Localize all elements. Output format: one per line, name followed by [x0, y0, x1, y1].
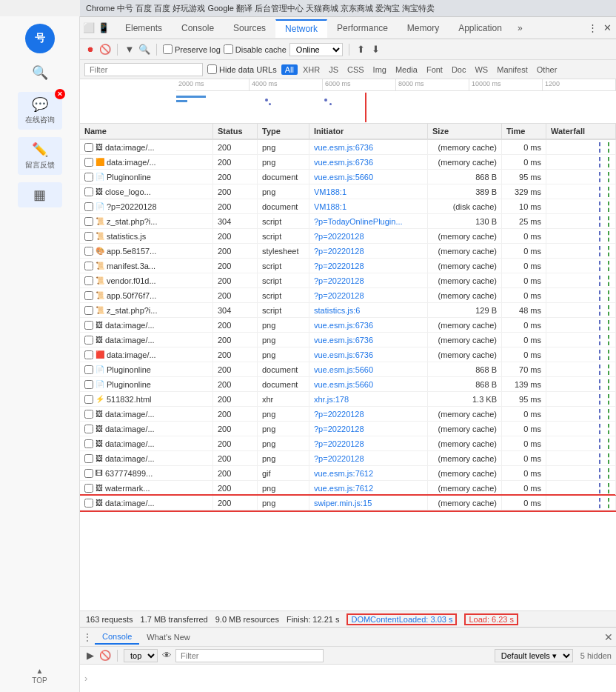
throttle-select[interactable]: Online Slow 3G Fast 3G Offline [289, 43, 343, 56]
td-name: 🖼 data:image/... [80, 422, 213, 436]
sidebar-feedback-button[interactable]: ✏️ 留言反馈 [18, 137, 62, 175]
whats-new-tab[interactable]: What's New [139, 631, 197, 644]
table-row[interactable]: 🖼 data:image/... 200 png vue.esm.js:6736… [80, 140, 616, 155]
sidebar-close-button[interactable]: ✕ 💬 在线咨询 [18, 92, 62, 130]
th-waterfall[interactable]: Waterfall [546, 124, 616, 139]
table-row[interactable]: 🖼 data:image/... 200 png ?p=20220128 (me… [80, 436, 616, 451]
filter-input[interactable] [84, 63, 203, 76]
tab-sources[interactable]: Sources [224, 19, 275, 37]
th-name[interactable]: Name [80, 124, 213, 139]
settings-icon[interactable]: ⋮ [586, 22, 598, 34]
stop-button[interactable]: 🚫 [99, 44, 111, 56]
record-button[interactable]: ⏺ [84, 44, 96, 56]
tab-elements[interactable]: Elements [116, 19, 172, 37]
filter-type-xhr[interactable]: XHR [299, 64, 324, 75]
table-row[interactable]: 📜 manifest.3a... 200 script ?p=20220128 … [80, 259, 616, 273]
table-row[interactable]: 📜 z_stat.php?i... 304 script statistics.… [80, 303, 616, 318]
filter-type-manifest[interactable]: Manifest [493, 64, 532, 75]
td-name: 📄 Pluginonline [80, 362, 213, 376]
table-row[interactable]: 🟧 data:image/... 200 png vue.esm.js:6736… [80, 155, 616, 170]
table-row[interactable]: 🖼 close_logo... 200 png VM188:1 389 B 32… [80, 184, 616, 199]
td-name: 📄 Pluginonline [80, 170, 213, 184]
table-row[interactable]: 🖼 data:image/... 200 png swiper.min.js:1… [80, 496, 616, 510]
table-row[interactable]: 🖼 data:image/... 200 png ?p=20220128 (me… [80, 422, 616, 436]
tab-memory[interactable]: Memory [398, 19, 449, 37]
filter-icon[interactable]: ▼ [124, 44, 135, 56]
close-devtools-icon[interactable]: ✕ [601, 22, 613, 34]
clear-console-icon[interactable]: 🚫 [99, 650, 111, 662]
td-type: gif [258, 466, 309, 480]
table-row[interactable]: 🖼 data:image/... 200 png vue.esm.js:6736… [80, 318, 616, 333]
td-waterfall [546, 184, 616, 199]
table-row[interactable]: 📜 statistics.js 200 script ?p=20220128 (… [80, 229, 616, 244]
table-row[interactable]: 🎞 637774899... 200 gif vue.esm.js:7612 (… [80, 466, 616, 481]
td-type: png [258, 347, 309, 362]
eye-icon[interactable]: 👁 [161, 650, 173, 662]
hide-data-urls-checkbox[interactable]: Hide data URLs [207, 64, 277, 74]
console-filter-input[interactable] [175, 649, 324, 662]
ruler-mark-10000: 10000 ms [469, 79, 543, 90]
filter-type-doc[interactable]: Doc [448, 64, 470, 75]
td-size: (memory cache) [428, 155, 502, 169]
device-icon[interactable]: 📱 [98, 22, 110, 34]
td-status: 200 [213, 244, 258, 258]
filter-type-css[interactable]: CSS [344, 64, 368, 75]
table-row[interactable]: 📜 vendor.f01d... 200 script ?p=20220128 … [80, 273, 616, 288]
console-menu-icon[interactable]: ⋮ [83, 632, 92, 642]
tab-network[interactable]: Network [275, 19, 327, 38]
console-close-icon[interactable]: ✕ [604, 631, 613, 643]
td-time: 0 ms [502, 259, 546, 273]
tab-performance[interactable]: Performance [327, 19, 398, 37]
table-row[interactable]: 📜 app.50f76f7... 200 script ?p=20220128 … [80, 288, 616, 303]
td-time: 0 ms [502, 496, 546, 510]
table-row[interactable]: 🖼 data:image/... 200 png vue.esm.js:6736… [80, 333, 616, 347]
sidebar-top-button[interactable]: ▲ TOP [32, 667, 47, 685]
tab-overflow[interactable]: » [512, 20, 529, 36]
td-status: 200 [213, 496, 258, 510]
table-row[interactable]: 📄 Pluginonline 200 document vue.esm.js:5… [80, 170, 616, 184]
sidebar-logo[interactable]: 号 [25, 24, 55, 53]
disable-cache-checkbox[interactable]: Disable cache [224, 44, 287, 54]
table-row[interactable]: 🖼 data:image/... 200 png ?p=20220128 (me… [80, 451, 616, 466]
th-initiator[interactable]: Initiator [309, 124, 428, 139]
th-size[interactable]: Size [428, 124, 502, 139]
td-size: (memory cache) [428, 422, 502, 436]
console-tab[interactable]: Console [95, 630, 139, 645]
inspect-icon[interactable]: ⬜ [83, 22, 95, 34]
th-status[interactable]: Status [213, 124, 258, 139]
tab-application[interactable]: Application [449, 19, 512, 37]
network-table[interactable]: Name Status Type Initiator Size Time Wat… [80, 124, 616, 611]
filter-type-media[interactable]: Media [392, 64, 421, 75]
td-type: png [258, 184, 309, 199]
search-icon[interactable]: 🔍 [138, 44, 150, 56]
table-row[interactable]: 📄 ?p=20220128 200 document VM188:1 (disk… [80, 199, 616, 214]
execute-icon[interactable]: ▶ [84, 650, 96, 662]
table-row[interactable]: ⚡ 511832.html 200 xhr xhr.js:178 1.3 KB … [80, 392, 616, 407]
table-row[interactable]: 🖼 data:image/... 200 png ?p=20220128 (me… [80, 407, 616, 422]
timeline-area: 2000 ms 4000 ms 6000 ms 8000 ms 10000 ms… [80, 79, 616, 124]
table-row[interactable]: 📄 Pluginonline 200 document vue.esm.js:5… [80, 377, 616, 392]
context-select[interactable]: top [124, 649, 158, 662]
console-levels-select[interactable]: Default levels ▾ Verbose Info Warnings E… [495, 649, 573, 662]
td-status: 200 [213, 377, 258, 391]
filter-type-font[interactable]: Font [423, 64, 446, 75]
td-type: script [258, 229, 309, 243]
tab-console[interactable]: Console [172, 19, 224, 37]
th-time[interactable]: Time [502, 124, 546, 139]
filter-type-js[interactable]: JS [325, 64, 342, 75]
table-row[interactable]: 📄 Pluginonline 200 document vue.esm.js:5… [80, 362, 616, 377]
sidebar-qr-button[interactable]: ▦ [18, 182, 62, 207]
filter-type-img[interactable]: Img [369, 64, 390, 75]
filter-type-other[interactable]: Other [533, 64, 561, 75]
table-row[interactable]: 📜 z_stat.php?i... 304 script ?p=TodayOnl… [80, 214, 616, 229]
filter-type-all[interactable]: All [281, 64, 298, 75]
table-row[interactable]: 🎨 app.5e8157... 200 stylesheet ?p=202201… [80, 244, 616, 259]
table-row[interactable]: 🖼 watermark... 200 png vue.esm.js:7612 (… [80, 481, 616, 496]
import-button[interactable]: ⬆ [355, 44, 367, 56]
preserve-log-checkbox[interactable]: Preserve log [163, 44, 221, 54]
filter-type-ws[interactable]: WS [471, 64, 492, 75]
sidebar-search-icon[interactable]: 🔍 [28, 61, 52, 84]
table-row[interactable]: 🟥 data:image/... 200 png vue.esm.js:6736… [80, 347, 616, 362]
th-type[interactable]: Type [258, 124, 309, 139]
export-button[interactable]: ⬇ [370, 44, 382, 56]
